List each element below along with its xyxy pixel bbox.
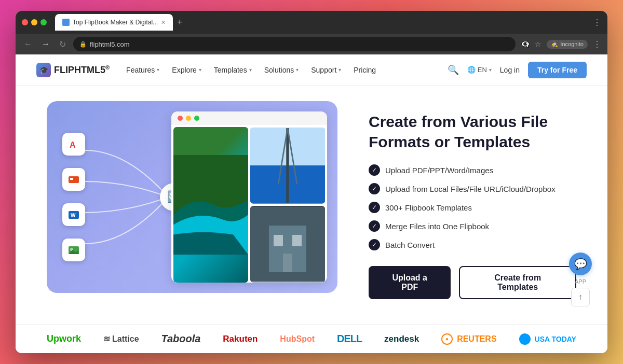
hero-visual: A: [47, 101, 337, 293]
feature-text: 300+ Flipbook Templates: [385, 203, 472, 212]
svg-text:A: A: [70, 141, 76, 149]
check-icon: ✓: [369, 239, 380, 250]
try-free-button[interactable]: Try for Free: [528, 62, 587, 78]
site-navigation: 🎓 FLIPHTML5® Features ▾ Explore ▾ Templa…: [16, 54, 607, 86]
search-icon[interactable]: 🔍: [448, 64, 459, 76]
flipbook-preview: [171, 111, 327, 283]
more-options-icon[interactable]: ⋮: [593, 39, 601, 49]
chevron-down-icon: ▾: [199, 67, 201, 73]
forward-button[interactable]: →: [39, 38, 52, 50]
check-icon: ✓: [369, 183, 380, 194]
feature-item: ✓ Merge Files into One Flipbook: [369, 220, 576, 232]
nav-templates[interactable]: Templates ▾: [214, 66, 252, 74]
tab-close-icon[interactable]: ✕: [161, 19, 166, 26]
app-label: APP: [575, 278, 586, 285]
site-logo[interactable]: 🎓 FLIPHTML5®: [36, 63, 110, 77]
hubspot-logo: HubSpot: [280, 334, 315, 344]
nav-pricing[interactable]: Pricing: [354, 66, 376, 74]
refresh-button[interactable]: ↻: [57, 38, 68, 50]
eye-off-icon: 👁‍🗨: [521, 40, 530, 48]
chevron-down-icon: ▾: [338, 67, 341, 73]
maximize-button[interactable]: [40, 19, 47, 25]
incognito-badge: 🕵 Incognito: [547, 40, 588, 49]
url-display: fliphtml5.com: [90, 40, 130, 48]
active-tab[interactable]: Top FlipBook Maker & Digital... ✕: [55, 14, 173, 31]
hero-section: A: [16, 86, 607, 324]
hero-wrapper: A: [16, 86, 607, 353]
building-image: [250, 206, 325, 283]
nav-right: 🔍 🌐 EN ▾ Log in Try for Free: [448, 62, 587, 78]
ppt-icon: [62, 168, 85, 191]
dot-green: [194, 116, 199, 121]
traffic-lights: [22, 19, 47, 25]
upwork-logo: Upwork: [47, 333, 81, 344]
usatoday-logo: USA TODAY: [519, 333, 576, 345]
reuters-logo: ●REUTERS: [441, 333, 496, 345]
feature-text: Upload PDF/PPT/Word/Images: [385, 166, 493, 175]
toolbar-icons: 👁‍🗨 ☆ 🕵 Incognito ⋮: [521, 39, 601, 49]
chevron-down-icon: ▾: [249, 67, 252, 73]
nav-support[interactable]: Support ▾: [311, 66, 341, 74]
tab-favicon: [62, 19, 70, 26]
dot-red: [178, 116, 183, 121]
new-tab-button[interactable]: +: [175, 17, 185, 28]
star-icon[interactable]: ☆: [535, 40, 541, 48]
partners-section: Upwork ≋ Lattice Taboola Rakuten HubSpot…: [16, 324, 607, 353]
logo-text: FLIPHTML5®: [54, 64, 110, 76]
hero-content: Create from Various File Formats or Temp…: [369, 101, 576, 299]
website: 🎓 FLIPHTML5® Features ▾ Explore ▾ Templa…: [16, 54, 607, 353]
logo-icon: 🎓: [36, 63, 51, 77]
cta-buttons: Upload a PDF Create from Templates: [369, 266, 576, 299]
feature-text: Batch Convert: [385, 241, 435, 249]
check-icon: ✓: [369, 164, 380, 176]
minimize-button[interactable]: [31, 19, 37, 25]
hero-title: Create from Various File Formats or Temp…: [369, 111, 576, 152]
chat-widget: 💬 APP ↑: [569, 253, 592, 306]
back-button[interactable]: ←: [22, 38, 34, 50]
connector-lines: [85, 135, 168, 259]
rakuten-logo: Rakuten: [223, 334, 258, 344]
dot-yellow: [186, 116, 191, 121]
lattice-logo: ≋ Lattice: [103, 334, 139, 344]
feature-text: Merge Files into One Flipbook: [385, 222, 489, 231]
feature-text: Upload from Local Files/File URL/iCloud/…: [385, 185, 556, 193]
feature-list: ✓ Upload PDF/PPT/Word/Images ✓ Upload fr…: [369, 164, 576, 250]
browser-chrome: Top FlipBook Maker & Digital... ✕ + ⋮: [16, 11, 607, 34]
create-template-button[interactable]: Create from Templates: [459, 266, 576, 299]
svg-rect-3: [69, 176, 79, 183]
dell-logo: DELL: [337, 333, 362, 345]
scroll-top-button[interactable]: ↑: [571, 288, 590, 306]
language-selector[interactable]: 🌐 EN ▾: [467, 66, 492, 74]
close-button[interactable]: [22, 19, 28, 25]
feature-item: ✓ Upload from Local Files/File URL/iClou…: [369, 183, 576, 194]
svg-rect-4: [70, 178, 73, 180]
svg-text:W: W: [71, 213, 76, 218]
login-button[interactable]: Log in: [500, 66, 520, 74]
image-icon: [62, 239, 85, 261]
check-icon: ✓: [369, 202, 380, 213]
chevron-down-icon: ▾: [489, 67, 492, 73]
globe-icon: 🌐: [467, 66, 476, 74]
chevron-down-icon: ▾: [296, 67, 299, 73]
feature-item: ✓ Batch Convert: [369, 239, 576, 250]
feature-item: ✓ 300+ Flipbook Templates: [369, 202, 576, 213]
chevron-down-icon: ▾: [157, 67, 159, 73]
svg-rect-22: [283, 254, 292, 272]
word-icon: W: [62, 203, 85, 226]
nav-solutions[interactable]: Solutions ▾: [264, 66, 299, 74]
nav-features[interactable]: Features ▾: [126, 66, 159, 74]
chat-button[interactable]: 💬: [569, 253, 592, 275]
nav-explore[interactable]: Explore ▾: [172, 66, 201, 74]
upload-pdf-button[interactable]: Upload a PDF: [369, 266, 451, 299]
flipbook-images: [171, 125, 327, 283]
tab-title: Top FlipBook Maker & Digital...: [73, 19, 158, 26]
zendesk-logo: zendesk: [384, 334, 419, 344]
address-bar[interactable]: 🔒 fliphtml5.com: [73, 37, 516, 51]
incognito-icon: 🕵: [551, 41, 558, 48]
pdf-icon: A: [62, 133, 85, 156]
lock-icon: 🔒: [79, 41, 87, 48]
window-menu-icon[interactable]: ⋮: [593, 18, 601, 27]
browser-toolbar: ← → ↻ 🔒 fliphtml5.com 👁‍🗨 ☆ 🕵 Incognito …: [16, 34, 607, 54]
aerial-image: [173, 127, 248, 283]
bridge-image: [250, 127, 325, 204]
